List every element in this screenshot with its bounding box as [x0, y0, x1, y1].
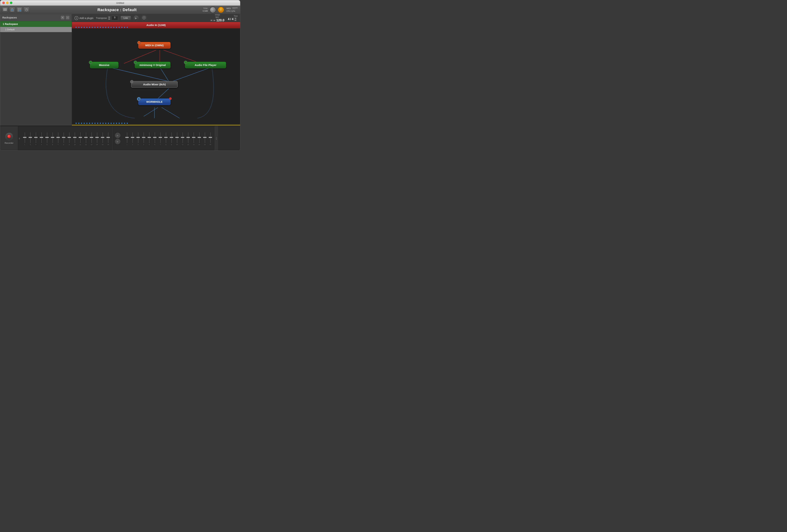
channel-strip-12: 12 — [186, 132, 191, 145]
fader-handle-15[interactable] — [203, 137, 207, 138]
fader-handle-10[interactable] — [73, 137, 77, 138]
fader-handle-9[interactable] — [170, 137, 173, 138]
audio-file-player-node[interactable]: 〜 Audio File Player — [185, 62, 226, 68]
fader-handle-11[interactable] — [79, 137, 82, 138]
fader-handle-2[interactable] — [131, 137, 134, 138]
fader-handle-12[interactable] — [84, 137, 88, 138]
transpose-up[interactable]: ▲ — [108, 16, 110, 18]
channel-label-11: 11 — [80, 144, 81, 145]
fader-handle-10[interactable] — [175, 137, 179, 138]
channel-strip-9: 9 — [169, 132, 174, 145]
wormhole-node[interactable]: ◉ WORMHOLE — [138, 99, 171, 105]
fader-track-16 — [108, 132, 108, 143]
time-group: Time 4 / 4 ▲ ▼ — [227, 15, 238, 21]
out-dot-15 — [113, 123, 114, 124]
fader-handle-8[interactable] — [62, 137, 65, 138]
channel-strip-14: 14 — [196, 132, 202, 145]
fader-handle-13[interactable] — [192, 137, 195, 138]
fader-handle-14[interactable] — [95, 137, 99, 138]
fader-track-10 — [177, 132, 177, 143]
default-item[interactable]: 1 Default — [0, 27, 72, 32]
out-dot-6 — [89, 123, 90, 124]
fader-track-6 — [52, 132, 53, 143]
add-rackspace-button[interactable]: + — [61, 16, 65, 20]
fader-handle-14[interactable] — [197, 137, 201, 138]
link-button[interactable]: Link — [121, 16, 131, 20]
fader-handle-3[interactable] — [136, 137, 140, 138]
channel-strip-3: 3 — [135, 132, 141, 145]
channel-strip-4: 4 — [141, 132, 146, 145]
midi-bars — [232, 7, 238, 9]
fader-handle-6[interactable] — [51, 137, 54, 138]
rackspace-menu-button[interactable]: ··· — [66, 16, 69, 20]
fader-handle-4[interactable] — [142, 137, 146, 138]
dot-11 — [102, 27, 104, 28]
tempo-down-btn[interactable]: ▼ — [210, 20, 213, 21]
minimoog-node[interactable]: 〜 minimoog V Original — [135, 62, 171, 68]
time-down-btn[interactable]: ▼ — [234, 19, 237, 21]
out-dot-2 — [78, 123, 80, 124]
channel-strip-8: 8 — [61, 132, 66, 145]
wormhole-label: WORMHOLE — [146, 100, 163, 103]
time-up-btn[interactable]: ▲ — [234, 17, 237, 19]
channel-strip-7: 7 — [158, 132, 163, 145]
tune-icon[interactable] — [23, 7, 29, 13]
fader-handle-7[interactable] — [158, 137, 162, 138]
trim-value: 0.0dB — [203, 10, 208, 12]
add-plugin-label: Add a plugin — [80, 17, 93, 20]
transpose-value[interactable]: 0 — [111, 16, 118, 20]
midi-in-node[interactable]: ● MIDI In (OMNI) — [138, 42, 171, 48]
fader-handle-6[interactable] — [153, 137, 156, 138]
fader-track-5 — [149, 132, 150, 143]
add-plugin-button[interactable]: + Add a plugin — [75, 16, 93, 20]
alert-button[interactable]: ! — [218, 7, 224, 13]
transpose-down[interactable]: ▼ — [108, 18, 110, 20]
fader-track-1 — [25, 132, 25, 143]
tempo-up-btn[interactable]: ▲ — [213, 20, 216, 21]
out-dot-16 — [116, 123, 117, 124]
fader-track-4 — [41, 132, 42, 143]
fader-handle-16[interactable] — [209, 137, 212, 138]
fader-handle-7[interactable] — [56, 137, 60, 138]
fader-handle-1[interactable] — [125, 137, 129, 138]
plugin-icon[interactable] — [9, 7, 15, 13]
svg-point-10 — [144, 18, 144, 19]
fader-handle-12[interactable] — [186, 137, 190, 138]
metronome-button[interactable] — [141, 16, 147, 21]
fader-handle-5[interactable] — [147, 137, 151, 138]
fader-handle-8[interactable] — [164, 137, 168, 138]
maximize-button[interactable] — [10, 2, 13, 4]
mixer-play-2[interactable]: ▶ — [115, 139, 120, 144]
fader-handle-16[interactable] — [106, 137, 110, 138]
rackspace-item[interactable]: 1 Rackspace — [0, 21, 72, 27]
channel-label-6: 6 — [52, 144, 53, 145]
grid-icon[interactable] — [16, 7, 22, 13]
fader-handle-3[interactable] — [34, 137, 38, 138]
fader-handle-15[interactable] — [101, 137, 104, 138]
close-button[interactable] — [2, 2, 5, 4]
fader-handle-2[interactable] — [28, 137, 32, 138]
svg-rect-5 — [20, 8, 21, 9]
fader-handle-5[interactable] — [45, 137, 49, 138]
mixer-play-1[interactable]: ▶ — [115, 133, 120, 138]
fader-handle-9[interactable] — [67, 137, 71, 138]
play-button[interactable]: ▶ — [133, 16, 139, 21]
fader-handle-11[interactable] — [181, 137, 184, 138]
recorder-button[interactable] — [5, 132, 13, 141]
fader-track-8 — [166, 132, 166, 143]
record-dot — [7, 135, 11, 138]
dot-16 — [116, 27, 117, 28]
layers-icon[interactable] — [2, 7, 8, 13]
fader-handle-1[interactable] — [23, 137, 26, 138]
channel-strip-5: 5 — [147, 132, 152, 145]
fader-handle-4[interactable] — [40, 137, 43, 138]
trim-knob[interactable] — [210, 7, 216, 13]
audio-mixer-node[interactable]: ≡ Audio Mixer (8ch) — [131, 81, 178, 88]
recorder-label: Recorder — [5, 142, 14, 144]
minimize-button[interactable] — [6, 2, 8, 4]
dot-1 — [76, 27, 77, 28]
play-buttons: ▶ ▶ — [112, 126, 123, 151]
massive-node[interactable]: 〜 Massive — [90, 62, 119, 68]
transpose-arrows: ▲ ▼ — [108, 16, 110, 20]
fader-handle-13[interactable] — [90, 137, 93, 138]
